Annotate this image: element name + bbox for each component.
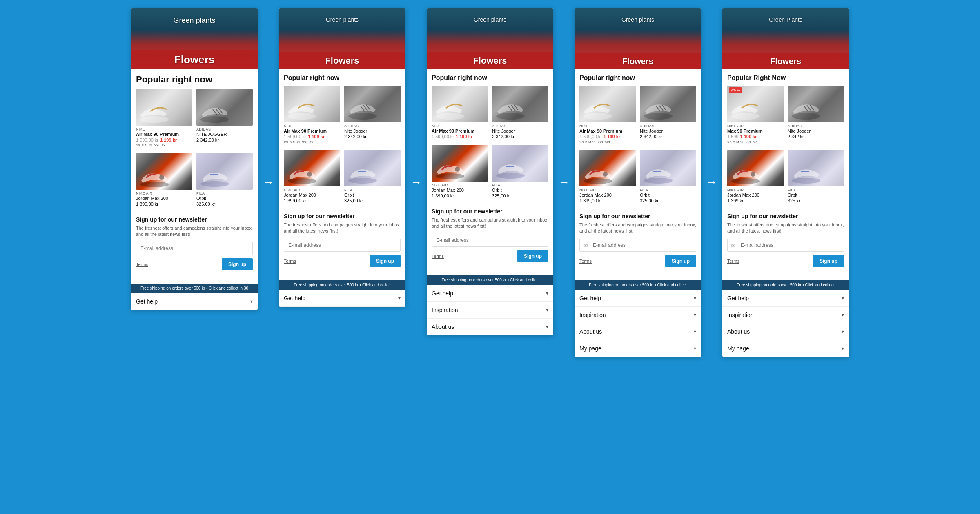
accordion-item[interactable]: About us ▾ <box>575 323 701 340</box>
product-card[interactable]: ADIDAS Nite Jogger 2 342,00 kr <box>640 86 696 144</box>
size-options[interactable]: XSSMXLXXL3XL <box>579 140 636 144</box>
accordion-item[interactable]: About us ▾ <box>722 323 849 340</box>
email-input[interactable] <box>591 239 696 251</box>
accordion-item[interactable]: Inspiration ▾ <box>722 307 849 323</box>
terms-link[interactable]: Terms <box>579 259 592 264</box>
phone-body: Popular Right Now -25 % NIKE AIR Max 90 … <box>722 69 849 280</box>
phone-card-card5: Green Plants Flowers Popular Right Now <box>722 8 849 357</box>
size-option[interactable]: XL <box>592 140 597 144</box>
svg-point-25 <box>496 173 525 179</box>
size-option[interactable]: XXL <box>302 140 308 144</box>
product-card[interactable]: NIKE Air Max 90 Premium 1 599,00 kr1 199… <box>136 89 192 147</box>
size-option[interactable]: XXL <box>745 140 751 144</box>
product-card[interactable]: FILA Orbit 325,00 kr <box>640 150 696 203</box>
accordion-item[interactable]: Get help ▾ <box>722 290 849 307</box>
product-name: Air Max 90 Premium <box>284 128 340 133</box>
email-input[interactable] <box>136 242 253 255</box>
size-option[interactable]: XXL <box>597 140 604 144</box>
product-card[interactable]: ADIDAS NITE JOGGER 2 342,00 kr <box>196 89 253 147</box>
product-card[interactable]: NIKE AIR Jordan Max 200 1 399,00 kr <box>136 153 192 206</box>
email-input[interactable] <box>284 239 401 252</box>
product-card[interactable]: FILA Orbit 325,00 kr <box>196 153 253 206</box>
size-option[interactable]: 3XL <box>605 140 611 144</box>
accordion-item[interactable]: Inspiration ▾ <box>575 307 701 323</box>
size-options[interactable]: XSSMXLXXL3XL <box>136 144 192 147</box>
size-option[interactable]: XXL <box>154 144 160 147</box>
products-row-1: NIKE AIR Jordan Max 200 1 399 kr FILA <box>727 150 844 203</box>
size-option[interactable]: S <box>585 140 587 144</box>
size-option[interactable]: XS <box>284 140 288 144</box>
product-brand: ADIDAS <box>492 124 548 128</box>
accordion-label: My page <box>727 345 749 352</box>
products-row-1: NIKE AIR Jordan Max 200 1 399,00 kr FIL <box>432 145 548 198</box>
accordion-item[interactable]: Get help ▾ <box>279 290 405 307</box>
product-card[interactable]: FILA Orbit 325 kr <box>788 150 844 203</box>
product-card[interactable]: NIKE Air Max 90 Premium 1 599,00 kr1 199… <box>432 86 488 139</box>
terms-link[interactable]: Terms <box>432 254 444 259</box>
email-input[interactable] <box>432 234 548 247</box>
size-option[interactable]: M <box>736 140 739 144</box>
size-option[interactable]: M <box>145 144 148 147</box>
newsletter-footer: Terms Sign up <box>284 255 401 267</box>
product-card[interactable]: NIKE AIR Jordan Max 200 1 399,00 kr <box>284 150 340 203</box>
accordion-item[interactable]: Inspiration ▾ <box>427 302 553 319</box>
product-card[interactable]: ADIDAS Nite Jogger 2 342,00 kr <box>344 86 401 144</box>
size-options[interactable]: XSSMXLXXL3XL <box>727 140 784 144</box>
sale-price: 1 199 kr <box>740 134 757 139</box>
accordion-item[interactable]: Get help ▾ <box>427 285 553 302</box>
size-option[interactable]: S <box>733 140 735 144</box>
accordion-item[interactable]: Get help ▾ <box>131 293 258 310</box>
signup-button[interactable]: Sign up <box>517 250 548 262</box>
size-option[interactable]: M <box>293 140 296 144</box>
size-option[interactable]: M <box>588 140 591 144</box>
product-image <box>344 86 401 122</box>
size-option[interactable]: S <box>290 140 292 144</box>
shipping-bar: Free shipping on orders over 500 kr • Cl… <box>722 280 849 290</box>
signup-button[interactable]: Sign up <box>222 258 253 270</box>
accordion-item[interactable]: About us ▾ <box>427 319 553 335</box>
accordion-item[interactable]: My page ▾ <box>722 340 849 357</box>
accordion-label: Get help <box>432 290 453 297</box>
svg-point-32 <box>584 178 612 184</box>
product-card[interactable]: NIKE AIR Jordan Max 200 1 399 kr <box>727 150 784 203</box>
product-card[interactable]: FILA Orbit 325,00 kr <box>492 145 548 198</box>
product-image <box>579 150 636 186</box>
product-name: Air Max 90 Premium <box>579 128 636 133</box>
signup-button[interactable]: Sign up <box>813 255 844 267</box>
product-brand: NIKE AIR <box>432 183 488 187</box>
product-card[interactable]: ADIDAS Nite Jogger 2 342 kr <box>788 86 844 144</box>
size-option[interactable]: 3XL <box>162 144 167 147</box>
chevron-down-icon: ▾ <box>842 329 844 335</box>
terms-link[interactable]: Terms <box>727 259 739 264</box>
product-name: Jordan Max 200 <box>727 193 784 197</box>
terms-link[interactable]: Terms <box>284 259 296 264</box>
product-card[interactable]: NIKE Air Max 90 Premium 1 599,00 kr1 199… <box>284 86 340 144</box>
signup-button[interactable]: Sign up <box>665 255 696 267</box>
email-input[interactable] <box>739 239 844 251</box>
size-option[interactable]: XL <box>740 140 744 144</box>
section-title: Popular right now <box>432 74 548 82</box>
size-option[interactable]: XS <box>579 140 584 144</box>
size-option[interactable]: XL <box>297 140 301 144</box>
size-option[interactable]: 3XL <box>753 140 759 144</box>
size-option[interactable]: XL <box>149 144 153 147</box>
accordion-item[interactable]: Get help ▾ <box>575 290 701 307</box>
product-image <box>788 150 844 186</box>
size-option[interactable]: 3XL <box>310 140 315 144</box>
product-card[interactable]: NIKE AIR Jordan Max 200 1 399,00 kr <box>432 145 488 198</box>
products-row-0: NIKE Air Max 90 Premium 1 599,00 kr1 199… <box>432 86 548 139</box>
size-option[interactable]: S <box>142 144 144 147</box>
product-card[interactable]: -25 % NIKE AIR Max 90 Premium 1 5991 199… <box>727 86 784 144</box>
size-option[interactable]: XS <box>136 144 140 147</box>
product-card[interactable]: NIKE Air Max 90 Premium 1 599,00 kr1 199… <box>579 86 636 144</box>
section-title: Popular right now <box>579 74 696 82</box>
product-card[interactable]: ADIDAS Nite Jogger 2 342,00 kr <box>492 86 548 139</box>
terms-link[interactable]: Terms <box>136 262 148 267</box>
accordion-item[interactable]: My page ▾ <box>575 340 701 357</box>
product-card[interactable]: NIKE AIR Jordan Max 200 1 399,00 kr <box>579 150 636 203</box>
signup-button[interactable]: Sign up <box>370 255 401 267</box>
green-plants-label: Green Plants <box>769 13 802 23</box>
size-options[interactable]: XSSMXLXXL3XL <box>284 140 340 144</box>
size-option[interactable]: XS <box>727 140 732 144</box>
product-card[interactable]: FILA Orbit 325,00 kr <box>344 150 401 203</box>
